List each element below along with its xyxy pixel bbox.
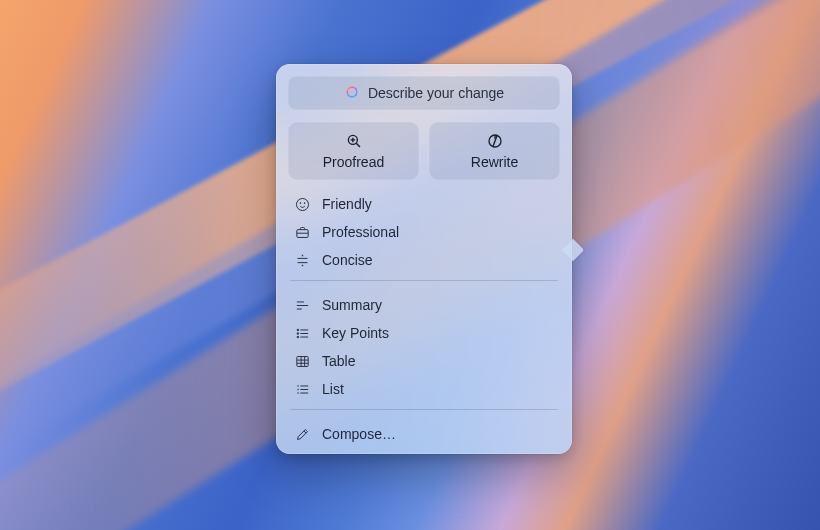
menu-item-label: Concise [322,252,373,268]
apple-intelligence-icon [344,84,360,103]
writing-tools-panel: Describe your change Proofread [276,64,572,454]
svg-point-15 [304,202,305,203]
compose-item[interactable]: Compose… [288,420,560,448]
svg-point-0 [347,87,357,97]
compose-section: Compose… [288,420,560,448]
concise-icon [294,252,311,269]
svg-line-42 [304,430,306,432]
describe-change-placeholder: Describe your change [368,85,504,101]
tone-list: Friendly Professional Concise [288,190,560,274]
menu-item-label: Key Points [322,325,389,341]
magnifier-icon [345,132,363,150]
menu-item-label: Friendly [322,196,372,212]
describe-change-field[interactable]: Describe your change [288,76,560,110]
svg-point-3 [355,93,357,95]
tool-button-row: Proofread Rewrite [288,122,560,180]
svg-point-14 [300,202,301,203]
svg-point-26 [297,332,299,334]
table-icon [294,353,311,370]
format-list-item[interactable]: List [288,375,560,403]
bullet-list-icon [294,325,311,342]
separator [290,280,558,281]
tone-professional[interactable]: Professional [288,218,560,246]
proofread-button[interactable]: Proofread [288,122,419,180]
svg-point-25 [297,329,299,331]
svg-line-8 [356,143,360,147]
svg-point-2 [355,88,357,90]
rewrite-label: Rewrite [471,154,518,170]
summary-icon [294,297,311,314]
briefcase-icon [294,224,311,241]
svg-point-13 [296,198,308,210]
separator [290,409,558,410]
tone-concise[interactable]: Concise [288,246,560,274]
svg-point-27 [297,336,299,338]
svg-point-5 [347,93,349,95]
menu-item-label: Table [322,353,355,369]
pencil-icon [294,426,311,443]
svg-point-1 [351,86,353,88]
smile-icon [294,196,311,213]
list-icon [294,381,311,398]
svg-point-6 [347,88,349,90]
menu-item-label: Summary [322,297,382,313]
menu-item-label: Compose… [322,426,396,442]
menu-item-label: Professional [322,224,399,240]
format-list: Summary Key Points Table List [288,291,560,403]
svg-point-4 [351,95,353,97]
svg-rect-31 [297,356,308,366]
tone-friendly[interactable]: Friendly [288,190,560,218]
rewrite-button[interactable]: Rewrite [429,122,560,180]
format-summary[interactable]: Summary [288,291,560,319]
rewrite-icon [486,132,504,150]
format-table[interactable]: Table [288,347,560,375]
menu-item-label: List [322,381,344,397]
proofread-label: Proofread [323,154,384,170]
format-keypoints[interactable]: Key Points [288,319,560,347]
